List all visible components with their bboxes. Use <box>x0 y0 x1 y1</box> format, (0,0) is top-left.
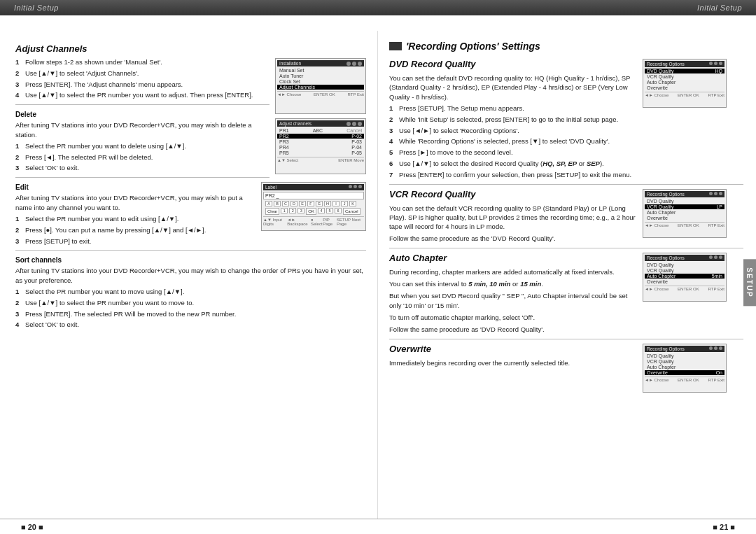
page-num-right: ■ 21 ■ <box>713 523 735 531</box>
step-4: 4Use [▲/▼] to select the PR number you w… <box>15 91 270 100</box>
adjust-channels-heading: Adjust Channels <box>15 43 366 54</box>
auto-chapter-body5: Follow the same procedure as 'DVD Record… <box>389 325 743 334</box>
dvd-step-5: 5Press [►] to move to the second level. <box>389 148 743 157</box>
overwrite-screen: Recording Options DVD Quality VCR Qualit… <box>643 344 727 393</box>
sort-channels-steps: 1Select the PR number you want to move u… <box>15 288 366 330</box>
auto-chapter-body4: To turn off automatic chapter marking, s… <box>389 313 743 322</box>
auto-chapter-screen: Recording Options DVD Quality VCR Qualit… <box>643 253 727 302</box>
vcr-quality-screen: Recording Options DVD Quality VCR Qualit… <box>643 189 727 238</box>
dvd-step-3: 3Use [◄/►] to select 'Recording Options'… <box>389 127 743 136</box>
sort-step-1: 1Select the PR number you want to move u… <box>15 288 366 297</box>
edit-step-1: 1Select the PR number you want to edit u… <box>15 215 255 224</box>
installation-screen: Installation Manual Set Auto Tuner Clock… <box>275 58 366 114</box>
right-column: 'Recording Options' Settings Recording O… <box>378 31 756 534</box>
footer-bar: ■ 20 ■ ■ 21 ■ <box>0 519 756 534</box>
header-bar: Initial Setup Initial Setup <box>0 0 756 15</box>
label-screen: Label PR2 _ ABCD EFGH IJK Clear 123 OK 4… <box>261 182 366 231</box>
dvd-quality-screen: Recording Options DVD QualityHQ VCR Qual… <box>643 59 727 108</box>
vcr-record-quality-section: Recording Options DVD Quality VCR Qualit… <box>389 189 743 244</box>
left-column: Adjust Channels Installation Manual Set … <box>0 31 378 534</box>
step-1: 1Follow steps 1-2 as shown under 'Manual… <box>15 58 270 67</box>
dvd-step-2: 2While 'Init Setup' is selected, press [… <box>389 115 743 125</box>
sort-channels-heading: Sort channels <box>15 256 366 264</box>
dvd-record-quality-section: Recording Options DVD QualityHQ VCR Qual… <box>389 59 743 180</box>
overwrite-section: Recording Options DVD Quality VCR Qualit… <box>389 344 743 367</box>
sort-step-4: 4Select 'OK' to exit. <box>15 321 366 330</box>
edit-step-3: 3Press [SETUP] to exit. <box>15 237 366 246</box>
delete-step-3: 3Select 'OK' to exit. <box>15 164 270 173</box>
delete-step-1: 1Select the PR number you want to delete… <box>15 142 270 151</box>
sort-channels-body: After tuning TV stations into your DVD R… <box>15 266 366 285</box>
dvd-step-6: 6Use [▲/▼] to select the desired Record … <box>389 160 743 169</box>
rec-options-title: 'Recording Options' Settings <box>406 41 540 52</box>
dvd-step-4: 4While 'Recording Options' is selected, … <box>389 137 743 146</box>
adjust-channels-screen: Adjust channels PR1ABCCancel PR2P-02 PR3… <box>275 118 366 174</box>
sort-step-2: 2Use [▲/▼] to select the PR number you w… <box>15 299 366 308</box>
dvd-step-7: 7Press [ENTER] to confirm your selection… <box>389 171 743 180</box>
dvd-step-1: 1Press [SETUP]. The Setup menu appears. <box>389 104 637 113</box>
setup-side-tab: SETUP <box>743 259 756 306</box>
auto-chapter-section: Recording Options DVD Quality VCR Qualit… <box>389 253 743 335</box>
dvd-record-quality-steps: 1Press [SETUP]. The Setup menu appears. … <box>389 104 743 180</box>
page-num-left: ■ 20 ■ <box>21 523 43 531</box>
step-3: 3Press [ENTER]. The 'Adjust channels' me… <box>15 80 270 90</box>
header-right-title: Initial Setup <box>697 3 742 12</box>
step-2: 2Use [▲/▼] to select 'Adjust Channels'. <box>15 69 270 78</box>
delete-step-2: 2Press [◄]. The selected PR will be dele… <box>15 153 270 162</box>
header-left-title: Initial Setup <box>14 3 59 12</box>
sort-step-3: 3Press [ENTER]. The selected PR Will be … <box>15 310 366 319</box>
edit-step-2: 2Press [●]. You can put a name by pressi… <box>15 226 255 235</box>
rec-options-heading: 'Recording Options' Settings <box>389 41 743 52</box>
main-content: Adjust Channels Installation Manual Set … <box>0 31 756 534</box>
rec-options-bar-icon <box>389 42 402 50</box>
